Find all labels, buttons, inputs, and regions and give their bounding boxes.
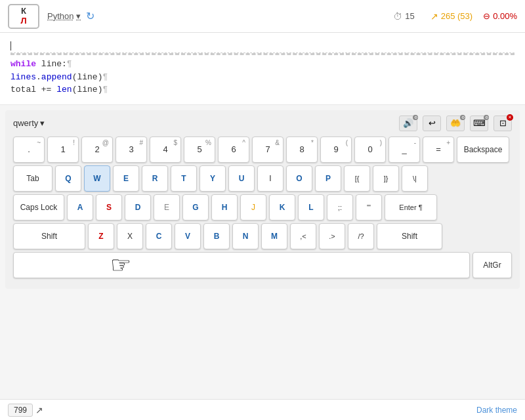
clock-icon: ⏱ bbox=[393, 11, 402, 22]
close-icon: ✕ bbox=[507, 114, 513, 121]
key-t[interactable]: T bbox=[171, 165, 197, 192]
dark-theme-link[interactable]: Dark theme bbox=[476, 406, 517, 415]
key-h[interactable]: H bbox=[211, 194, 238, 220]
middle-row: Caps Lock A S D E G H J K L ;: bbox=[13, 194, 512, 220]
key-tab[interactable]: Tab bbox=[13, 165, 52, 192]
hands-mode-button[interactable]: 🤲 ⚙ bbox=[446, 116, 465, 131]
key-shift-right[interactable]: Shift bbox=[377, 223, 442, 249]
dropdown-arrow: ▾ bbox=[76, 11, 81, 21]
score-value: 265 (53) bbox=[441, 11, 472, 21]
error-section: ⊖ 0.00% bbox=[483, 11, 517, 21]
key-space[interactable] bbox=[13, 252, 470, 278]
key-dot-tilde[interactable]: ~ . bbox=[13, 136, 45, 163]
settings-icon: ⌨ bbox=[473, 118, 486, 128]
code-line-2: lines.append(line)¶ bbox=[10, 71, 514, 84]
key-r[interactable]: R bbox=[142, 165, 168, 192]
key-c[interactable]: C bbox=[146, 223, 172, 249]
key-e[interactable]: E bbox=[113, 165, 139, 192]
key-period[interactable]: .> bbox=[319, 223, 345, 249]
caps-lock-label: Caps Lock bbox=[20, 203, 58, 212]
bottom-input-group: 799 ↗ bbox=[8, 404, 43, 417]
bottom-bar: 799 ↗ Dark theme bbox=[0, 399, 525, 420]
language-label: Python bbox=[47, 11, 74, 21]
refresh-icon[interactable]: ↻ bbox=[86, 10, 94, 22]
key-backspace[interactable]: Backspace bbox=[457, 136, 509, 163]
keyboard-container: qwerty ▾ 🔊 ⚙ ↩ 🤲 ⚙ ⌨ ⚙ ⊡ ✕ ~ . ! bbox=[5, 110, 520, 289]
key-z[interactable]: Z bbox=[88, 223, 114, 249]
key-d[interactable]: D bbox=[125, 194, 151, 220]
key-f[interactable]: E bbox=[154, 194, 180, 220]
key-1[interactable]: ! 1 bbox=[47, 136, 79, 163]
key-q[interactable]: Q bbox=[55, 165, 81, 192]
code-line-3: total += len(line)¶ bbox=[10, 83, 514, 96]
key-enter[interactable]: Enter ¶ bbox=[385, 194, 437, 220]
language-selector[interactable]: Python ▾ bbox=[47, 11, 81, 21]
key-8[interactable]: * 8 bbox=[286, 136, 318, 163]
shift-left-label: Shift bbox=[41, 232, 57, 241]
key-6[interactable]: ^ 6 bbox=[218, 136, 249, 163]
hands-icon: 🤲 bbox=[450, 118, 461, 128]
key-g[interactable]: G bbox=[182, 194, 209, 220]
key-2[interactable]: @ 2 bbox=[81, 136, 113, 163]
score-section: ↗ 265 (53) bbox=[430, 11, 472, 22]
key-slash[interactable]: /? bbox=[348, 223, 374, 249]
external-link-icon[interactable]: ↗ bbox=[35, 405, 43, 415]
bottom-row: Shift Z X C V B N M ,< .> /? bbox=[13, 223, 512, 249]
space-row: AltGr bbox=[13, 252, 512, 278]
key-backslash[interactable]: \| bbox=[402, 165, 428, 192]
key-n[interactable]: N bbox=[232, 223, 259, 249]
key-i[interactable]: I bbox=[257, 165, 284, 192]
code-editor: while line:¶ lines.append(line)¶ total +… bbox=[0, 33, 525, 105]
key-bracket-right[interactable]: ]} bbox=[373, 165, 399, 192]
altgr-label: AltGr bbox=[483, 261, 501, 270]
key-o[interactable]: O bbox=[286, 165, 312, 192]
code-line-1: while line:¶ bbox=[10, 58, 514, 71]
enter-label: Enter ¶ bbox=[399, 203, 422, 211]
key-p[interactable]: P bbox=[315, 165, 341, 192]
key-4[interactable]: $ 4 bbox=[150, 136, 181, 163]
key-bracket-left[interactable]: [{ bbox=[344, 165, 370, 192]
keyboard-close-button[interactable]: ⊡ ✕ bbox=[494, 116, 512, 131]
key-0[interactable]: ) 0 bbox=[354, 136, 386, 163]
key-a[interactable]: A bbox=[67, 194, 93, 220]
key-altgr[interactable]: AltGr bbox=[472, 252, 512, 278]
keyboard-settings-button[interactable]: ⌨ ⚙ bbox=[470, 116, 488, 131]
layout-selector[interactable]: qwerty ▾ bbox=[13, 118, 45, 128]
key-7[interactable]: & 7 bbox=[252, 136, 284, 163]
key-equals[interactable]: + = bbox=[423, 136, 454, 163]
key-caps-lock[interactable]: Caps Lock bbox=[13, 194, 64, 220]
error-icon: ⊖ bbox=[483, 11, 490, 21]
keyboard-switch-button[interactable]: ↩ bbox=[423, 116, 441, 131]
sound-toggle-button[interactable]: 🔊 ⚙ bbox=[399, 116, 417, 131]
key-l[interactable]: L bbox=[298, 194, 324, 220]
key-3[interactable]: # 3 bbox=[116, 136, 147, 163]
key-y[interactable]: Y bbox=[200, 165, 226, 192]
kb-thumbnail-icon: ⊡ bbox=[499, 118, 507, 128]
key-u[interactable]: U bbox=[228, 165, 255, 192]
key-s[interactable]: S bbox=[96, 194, 122, 220]
language-key-icon: К Л bbox=[8, 4, 39, 29]
key-comma[interactable]: ,< bbox=[290, 223, 316, 249]
key-minus[interactable]: - _ bbox=[388, 136, 420, 163]
key-x[interactable]: X bbox=[117, 223, 143, 249]
backspace-label: Backspace bbox=[464, 145, 503, 154]
key-quote[interactable]: '" bbox=[356, 194, 382, 220]
key-semicolon[interactable]: ;: bbox=[327, 194, 353, 220]
key-5[interactable]: % 5 bbox=[184, 136, 215, 163]
bottom-value[interactable]: 799 bbox=[8, 404, 33, 417]
key-shift-left[interactable]: Shift bbox=[13, 223, 85, 249]
key-top-letter: К bbox=[21, 7, 26, 16]
key-v[interactable]: V bbox=[175, 223, 201, 249]
key-9[interactable]: ( 9 bbox=[320, 136, 352, 163]
score-icon: ↗ bbox=[430, 11, 438, 22]
sound-settings-badge: ⚙ bbox=[413, 115, 418, 120]
key-w[interactable]: W bbox=[84, 165, 110, 192]
separator bbox=[10, 52, 514, 55]
key-m[interactable]: M bbox=[261, 223, 287, 249]
key-b[interactable]: B bbox=[203, 223, 230, 249]
key-bottom-letter: Л bbox=[20, 16, 26, 26]
tab-label: Tab bbox=[26, 174, 39, 183]
key-k[interactable]: K bbox=[269, 194, 295, 220]
timer-value: 15 bbox=[405, 11, 414, 21]
key-j[interactable]: J bbox=[240, 194, 266, 220]
